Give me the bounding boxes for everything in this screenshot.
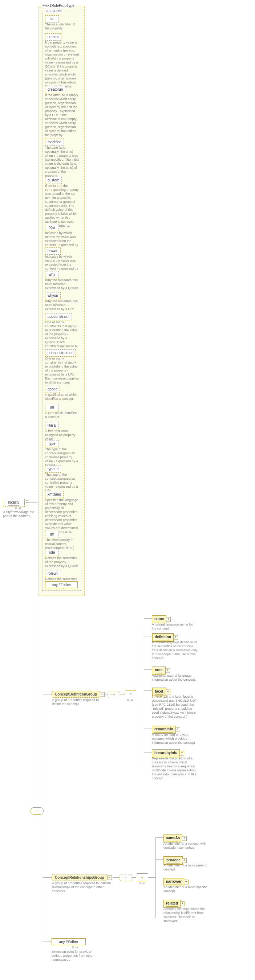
connector bbox=[144, 618, 144, 775]
sequence-compositor: ••• bbox=[107, 691, 120, 698]
group-conceptrelationships-label: ConceptRelationshipsGroup bbox=[55, 875, 104, 880]
attr-creatoruri-desc: If the attribute is empty, specifies whi… bbox=[45, 93, 79, 137]
connector bbox=[144, 752, 152, 752]
attr-role: role bbox=[45, 549, 59, 556]
attr-why-desc: Why the metadata has been included - exp… bbox=[45, 278, 79, 290]
expand-icon[interactable]: + bbox=[165, 668, 170, 673]
connector bbox=[43, 694, 52, 694]
attr-dir-desc: The directionality of textual content (e… bbox=[45, 538, 79, 550]
connector bbox=[144, 690, 152, 691]
attr-qcode: qcode bbox=[45, 386, 60, 393]
element-narrower[interactable]: narrower+ bbox=[163, 878, 184, 886]
locality-desc: A city/town/village etc. part of the add… bbox=[3, 510, 41, 518]
connector bbox=[155, 859, 163, 859]
attr-modified: modified bbox=[45, 138, 64, 146]
sequence-compositor: ••• bbox=[119, 874, 132, 881]
attr-modified-desc: The date (and, optionally, the time) whe… bbox=[45, 146, 79, 178]
locality-label: locality bbox=[8, 500, 20, 506]
attr-pubconstraint: pubconstraint bbox=[45, 313, 72, 320]
attr-xml-lang: xml:lang bbox=[45, 491, 64, 498]
expand-icon[interactable]: + bbox=[182, 859, 187, 863]
element-related-desc: A related concept, where the relationshi… bbox=[163, 907, 210, 923]
attr-literal: literal bbox=[45, 422, 59, 429]
expand-icon[interactable]: − bbox=[24, 501, 29, 506]
element-hierarchyinfo[interactable]: hierarchyInfo+ bbox=[152, 749, 180, 757]
connector bbox=[120, 694, 124, 694]
conceptdef-card: 0..∞ bbox=[127, 698, 133, 702]
group-conceptdefinition[interactable]: ConceptDefinitionGroup − bbox=[52, 691, 100, 698]
expand-icon[interactable]: + bbox=[166, 617, 171, 622]
element-remoteinfo-desc: A link to an item or a web resource whic… bbox=[152, 733, 198, 745]
attr-qcode-desc: A qualified code which identifies a conc… bbox=[45, 393, 79, 401]
expand-icon[interactable]: + bbox=[182, 836, 187, 841]
connector bbox=[148, 877, 155, 878]
element-related[interactable]: related+ bbox=[163, 900, 180, 908]
element-definition-desc: A natural language definition of the sem… bbox=[152, 640, 198, 660]
type-title: Flex1RolePropType bbox=[41, 4, 76, 8]
expand-icon[interactable]: + bbox=[173, 635, 178, 640]
attr-custom: custom bbox=[45, 177, 62, 184]
attr-custom-desc: If set to true the corresponding propert… bbox=[45, 184, 79, 228]
connector bbox=[43, 811, 43, 942]
group-conceptrelationships-desc: A group of properties required to indica… bbox=[52, 881, 112, 893]
connector bbox=[155, 903, 163, 903]
element-locality[interactable]: locality − bbox=[3, 499, 25, 507]
connector bbox=[144, 618, 152, 619]
attr-roleuri: roleuri bbox=[45, 570, 60, 577]
locality-card: 0..∞ bbox=[15, 506, 21, 510]
element-name[interactable]: name+ bbox=[152, 616, 166, 623]
attr-howuri: howuri bbox=[45, 247, 61, 255]
attr-id-desc: The local identifier of the property. bbox=[45, 22, 79, 30]
connector bbox=[144, 729, 152, 729]
choice-compositor: ☰ bbox=[124, 690, 137, 698]
attr-creator: creator bbox=[45, 33, 61, 41]
any-other-attr-label: any ##other bbox=[52, 583, 71, 587]
element-note[interactable]: note+ bbox=[152, 667, 166, 675]
connector bbox=[33, 502, 33, 811]
conceptrel-card: 0..∞ bbox=[139, 881, 145, 885]
any-other-element: any ##other bbox=[52, 938, 86, 945]
attr-whyuri: whyuri bbox=[45, 292, 61, 299]
connector bbox=[155, 881, 163, 881]
element-sameas-desc: An identifier of a concept with equivale… bbox=[163, 842, 210, 850]
group-conceptdefinition-label: ConceptDefinitionGroup bbox=[55, 692, 97, 696]
connector bbox=[155, 837, 163, 838]
attr-uri-desc: A URI which identifies a concept. bbox=[45, 411, 79, 419]
group-conceptrelationships[interactable]: ConceptRelationshipsGroup − bbox=[52, 874, 108, 881]
connector bbox=[144, 670, 152, 670]
element-name-desc: A natural language name for the concept. bbox=[152, 623, 198, 631]
attr-typeuri-desc: The type of the concept assigned as cont… bbox=[45, 473, 79, 493]
attr-pubconstrainturi-desc: One or many constraints that apply to pu… bbox=[45, 357, 79, 388]
element-remoteinfo[interactable]: remoteInfo+ bbox=[152, 725, 176, 733]
attr-creatoruri: creatoruri bbox=[45, 86, 65, 93]
expand-icon[interactable]: + bbox=[175, 727, 180, 732]
element-sameas[interactable]: sameAs+ bbox=[163, 835, 182, 843]
element-note-desc: Additional natural language information … bbox=[152, 674, 198, 682]
attr-whyuri-desc: Why the metadata has been included - exp… bbox=[45, 299, 79, 311]
any-other-element-label: any ##other bbox=[59, 940, 78, 944]
attr-typeuri: typeuri bbox=[45, 466, 61, 473]
attr-how: how bbox=[45, 224, 59, 231]
attr-creator-desc: If the property value is not defined, sp… bbox=[45, 41, 79, 89]
expand-icon[interactable]: + bbox=[180, 902, 185, 906]
attr-id: id bbox=[45, 15, 59, 22]
attr-dir: dir bbox=[45, 531, 59, 538]
attr-pubconstrainturi: pubconstrainturi bbox=[45, 349, 76, 357]
element-hierarchyinfo-desc: Represents the position of a concept in … bbox=[152, 757, 198, 780]
expand-icon[interactable]: + bbox=[179, 751, 184, 756]
attr-literal-desc: A free-text value assigned as property v… bbox=[45, 429, 79, 441]
element-broader-desc: An identifier of a more generic concept. bbox=[163, 864, 210, 872]
expand-icon[interactable]: + bbox=[184, 880, 188, 885]
connector bbox=[155, 837, 156, 918]
expand-icon[interactable]: + bbox=[166, 690, 171, 694]
any-other-card: 0..∞ bbox=[72, 945, 78, 949]
expand-icon[interactable]: − bbox=[107, 875, 112, 880]
group-conceptdefinition-desc: A group of properties required to define… bbox=[52, 698, 101, 706]
connector bbox=[101, 694, 107, 694]
any-other-attr: any ##other bbox=[45, 581, 78, 588]
attr-uri: uri bbox=[45, 404, 59, 411]
choice-compositor: ☰ bbox=[136, 873, 149, 881]
attr-xml-lang-desc: Specifies the language of this property … bbox=[45, 498, 79, 534]
attr-type: type bbox=[45, 440, 59, 447]
connector bbox=[144, 636, 152, 636]
